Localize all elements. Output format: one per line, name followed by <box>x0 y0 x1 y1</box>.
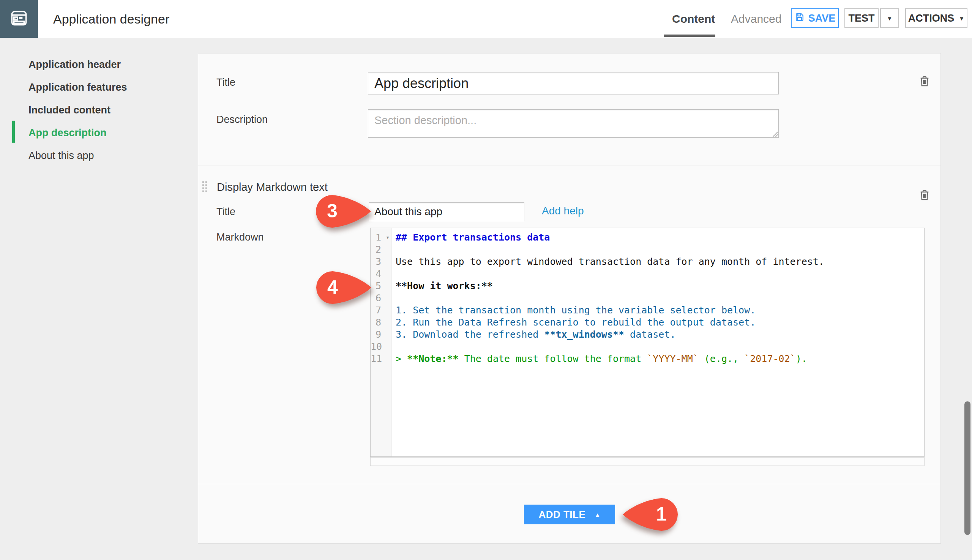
actions-button[interactable]: ACTIONS ▼ <box>905 8 967 28</box>
section-divider <box>198 165 940 165</box>
markdown-editor-lines[interactable]: ## Export transactions dataUse this app … <box>396 228 924 457</box>
footer-divider <box>198 484 940 484</box>
markdown-line: 1. Set the transaction month using the v… <box>396 304 924 317</box>
title-label: Title <box>216 77 235 88</box>
test-button[interactable]: TEST <box>844 8 878 28</box>
tile-title-input[interactable] <box>369 202 524 221</box>
sidebar-item-application-features[interactable]: Application features <box>28 80 127 94</box>
tile-drag-handle-icon[interactable] <box>202 182 208 193</box>
sidebar-item-application-header[interactable]: Application header <box>28 58 121 71</box>
actions-button-label: ACTIONS <box>908 13 955 24</box>
trash-icon <box>917 198 932 204</box>
markdown-line <box>396 268 924 280</box>
tab-content[interactable]: Content <box>672 11 715 27</box>
editor-horizontal-scrollbar[interactable] <box>370 457 925 466</box>
markdown-line: ## Export transactions data <box>396 232 924 243</box>
line-number: 3 <box>371 256 391 268</box>
line-number: 7 <box>371 304 391 317</box>
application-designer-icon <box>8 8 30 30</box>
caret-down-icon: ▼ <box>887 15 893 21</box>
save-button[interactable]: SAVE <box>791 8 839 28</box>
markdown-line <box>396 292 924 304</box>
line-number: 2 <box>371 243 391 256</box>
sidebar-item-app-description[interactable]: App description <box>28 126 107 140</box>
line-number: 9 <box>371 328 391 341</box>
add-help-link[interactable]: Add help <box>542 205 584 217</box>
markdown-editor-gutter: 1▾234567891011 <box>371 228 391 457</box>
top-bar: Application designer Content Advanced SA… <box>0 0 972 38</box>
line-number: 10 <box>371 341 391 353</box>
markdown-line: 2. Run the Data Refresh scenario to rebu… <box>396 317 924 328</box>
delete-section-button[interactable] <box>917 73 932 89</box>
tile-title-label: Title <box>216 206 235 218</box>
line-number: 6 <box>371 292 391 304</box>
trash-icon <box>917 84 932 90</box>
line-number: 8 <box>371 317 391 328</box>
add-tile-label: ADD TILE <box>538 509 586 520</box>
add-tile-button[interactable]: ADD TILE ▲ <box>524 505 615 524</box>
section-title-input[interactable] <box>368 72 779 95</box>
save-floppy-icon <box>794 12 805 25</box>
line-number: 11 <box>371 353 391 365</box>
markdown-line: > **Note:** The date must follow the for… <box>396 353 924 365</box>
markdown-line <box>396 243 924 256</box>
tab-advanced[interactable]: Advanced <box>731 11 782 27</box>
app-designer-logo <box>0 0 38 38</box>
page-title: Application designer <box>53 0 169 38</box>
markdown-line <box>396 341 924 353</box>
section-description-textarea[interactable] <box>368 109 779 138</box>
line-number: 5 <box>371 280 391 292</box>
markdown-editor[interactable]: 1▾234567891011 ## Export transactions da… <box>370 228 925 457</box>
sidebar-item-included-content[interactable]: Included content <box>28 103 110 117</box>
page-scrollbar-thumb[interactable] <box>964 402 970 535</box>
tile-heading: Display Markdown text <box>217 181 328 193</box>
delete-tile-button[interactable] <box>917 187 932 203</box>
description-label: Description <box>216 114 268 126</box>
test-dropdown-button[interactable]: ▼ <box>880 8 899 28</box>
markdown-line: 3. Download the refreshed **tx_windows**… <box>396 328 924 341</box>
active-item-indicator <box>12 121 15 143</box>
save-button-label: SAVE <box>808 13 836 24</box>
caret-up-icon: ▲ <box>595 512 600 518</box>
markdown-label: Markdown <box>216 232 264 243</box>
markdown-line: **How it works:** <box>396 280 924 292</box>
sidebar-item-about-this-app[interactable]: About this app <box>28 149 94 162</box>
active-tab-underline <box>664 35 715 37</box>
line-number: 4 <box>371 268 391 280</box>
test-button-label: TEST <box>848 13 874 24</box>
line-number: 1▾ <box>371 232 391 243</box>
caret-down-icon: ▼ <box>959 15 964 21</box>
markdown-line: Use this app to export windowed transact… <box>396 256 924 268</box>
fold-arrow-icon[interactable]: ▾ <box>386 232 389 243</box>
